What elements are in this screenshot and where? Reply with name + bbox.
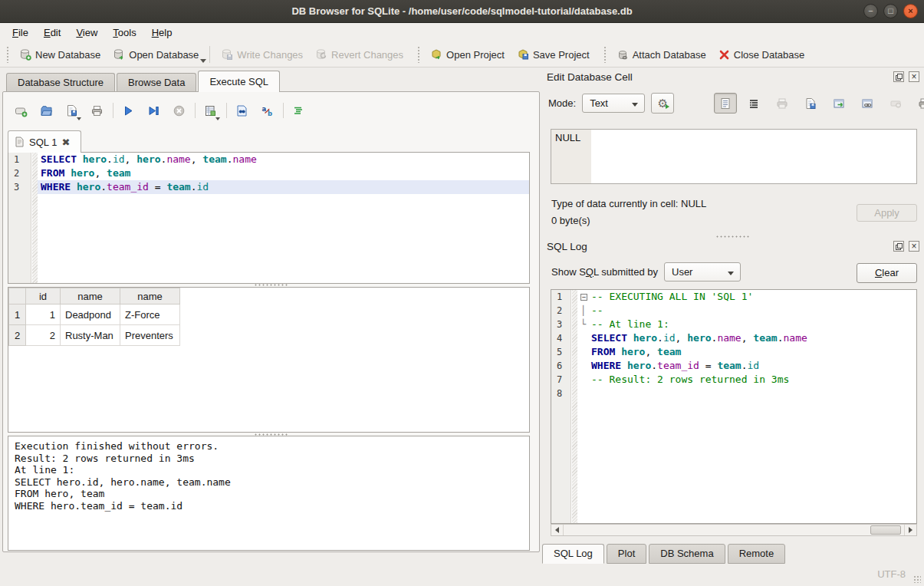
- open-database-dropdown-icon[interactable]: [200, 59, 206, 63]
- execute-all-button[interactable]: [118, 100, 138, 120]
- table-row[interactable]: 22Rusty-ManPreventers: [9, 325, 180, 346]
- maximize-icon[interactable]: □: [883, 4, 898, 18]
- results-column-header[interactable]: name: [120, 288, 180, 305]
- tab-browse-data[interactable]: Browse Data: [117, 73, 196, 92]
- table-row[interactable]: 11DeadpondZ-Force: [9, 305, 180, 325]
- tab-plot[interactable]: Plot: [607, 544, 646, 564]
- export-dropdown-icon[interactable]: [215, 117, 220, 120]
- cell-type-label: Type of data currently in cell: NULL: [551, 198, 706, 209]
- sql-log-code[interactable]: −-- EXECUTING ALL IN 'SQL 1'│--└-- At li…: [577, 290, 916, 400]
- attach-database-button[interactable]: Attach Database: [610, 45, 712, 64]
- edit-cell-title: Edit Database Cell: [547, 71, 633, 83]
- menu-tools[interactable]: Tools: [105, 25, 143, 41]
- print-button[interactable]: [87, 100, 107, 120]
- results-corner-header[interactable]: [9, 288, 26, 305]
- sql-log-filter-select[interactable]: User: [664, 262, 741, 281]
- tab-database-structure[interactable]: Database Structure: [6, 73, 115, 92]
- open-sql-file-button[interactable]: [36, 100, 56, 120]
- horizontal-scrollbar[interactable]: [551, 524, 917, 536]
- scrollbar-thumb[interactable]: [870, 525, 901, 535]
- clear-button[interactable]: Clear: [857, 263, 917, 283]
- copy-link-button[interactable]: [856, 93, 879, 114]
- open-sql-file-icon: [40, 104, 53, 117]
- table-cell[interactable]: Rusty-Man: [61, 325, 120, 346]
- write-changes-icon: [221, 48, 233, 61]
- execution-log[interactable]: Execution finished without errors. Resul…: [8, 436, 530, 551]
- format-sql-button[interactable]: [288, 100, 308, 120]
- cell-value: NULL: [555, 132, 580, 143]
- cell-value-editor[interactable]: NULL: [551, 129, 917, 184]
- save-sql-file-button[interactable]: [61, 100, 81, 120]
- main-area: Database Structure Browse Data Execute S…: [0, 67, 924, 586]
- resize-grip[interactable]: [913, 575, 921, 583]
- close-panel-icon[interactable]: ×: [909, 241, 919, 252]
- results-table[interactable]: id name name 11DeadpondZ-Force22Rusty-Ma…: [8, 288, 180, 346]
- sql-toolbar-separator: [195, 103, 196, 118]
- save-project-button[interactable]: Save Project: [511, 45, 596, 64]
- auto-switch-mode-button[interactable]: ⚙: [651, 93, 674, 114]
- new-database-icon: [19, 48, 31, 61]
- find-replace-button[interactable]: ab: [257, 100, 277, 120]
- results-column-header[interactable]: id: [26, 288, 61, 305]
- print-cell-icon: [918, 97, 924, 110]
- menu-view[interactable]: View: [68, 25, 105, 41]
- editor-code[interactable]: SELECT hero.id, hero.name, team.nameFROM…: [38, 153, 529, 194]
- open-in-app-button[interactable]: [827, 93, 850, 114]
- sql-toolbar-separator: [226, 103, 227, 118]
- sql-log-view[interactable]: 12345678 −-- EXECUTING ALL IN 'SQL 1'│--…: [551, 289, 917, 524]
- save-sql-dropdown-icon[interactable]: [77, 117, 81, 120]
- new-database-button[interactable]: New Database: [13, 45, 107, 64]
- open-database-button[interactable]: Open Database: [107, 45, 205, 64]
- export-results-button[interactable]: [200, 100, 220, 120]
- text-mode-button[interactable]: [714, 93, 737, 114]
- close-panel-icon[interactable]: ×: [909, 71, 919, 82]
- execute-line-button[interactable]: [143, 100, 163, 120]
- toolbar-drag-handle[interactable]: [603, 46, 607, 63]
- table-cell[interactable]: 1: [26, 305, 61, 325]
- scroll-right-icon[interactable]: [904, 525, 916, 535]
- find-button[interactable]: [232, 100, 252, 120]
- sql-document-tab[interactable]: SQL 1 ✖: [8, 130, 81, 153]
- table-cell[interactable]: 2: [26, 325, 61, 346]
- execute-sql-panel: ab SQL 1 ✖ 123 SELECT hero.id, hero.name…: [2, 91, 540, 552]
- open-project-button[interactable]: Open Project: [424, 45, 511, 64]
- open-project-icon: [430, 48, 442, 61]
- menu-edit[interactable]: Edit: [36, 25, 68, 41]
- main-toolbar: New Database Open Database Write Changes…: [0, 42, 924, 67]
- minimize-icon[interactable]: −: [863, 4, 878, 18]
- toolbar-drag-handle[interactable]: [417, 46, 421, 63]
- float-panel-icon[interactable]: [893, 241, 904, 252]
- tab-remote[interactable]: Remote: [728, 544, 786, 564]
- table-cell[interactable]: Preventers: [120, 325, 180, 346]
- close-database-button[interactable]: Close Database: [712, 46, 811, 64]
- revert-changes-button: Revert Changes: [309, 45, 409, 64]
- close-sql-tab-icon[interactable]: ✖: [61, 137, 70, 148]
- toolbar-separator: [209, 46, 210, 63]
- sql-editor[interactable]: 123 SELECT hero.id, hero.name, team.name…: [8, 152, 530, 284]
- new-sql-tab-button[interactable]: [11, 100, 31, 120]
- tab-sql-log[interactable]: SQL Log: [542, 544, 604, 564]
- close-icon[interactable]: ×: [903, 4, 918, 18]
- results-grid[interactable]: id name name 11DeadpondZ-Force22Rusty-Ma…: [8, 287, 530, 433]
- word-wrap-button[interactable]: [742, 93, 765, 114]
- mode-select[interactable]: Text: [582, 94, 645, 113]
- open-in-app-icon: [833, 97, 845, 110]
- sql-log-filter-label: Show SQL submitted by: [551, 266, 658, 278]
- tab-execute-sql[interactable]: Execute SQL: [198, 71, 280, 92]
- tab-db-schema[interactable]: DB Schema: [649, 544, 725, 564]
- titlebar: DB Browser for SQLite - /home/user/code/…: [0, 0, 924, 23]
- float-panel-icon[interactable]: [893, 71, 904, 82]
- print-cell-button[interactable]: [912, 93, 924, 114]
- splitter-grip[interactable]: [715, 235, 751, 238]
- table-cell[interactable]: Z-Force: [120, 305, 180, 325]
- table-cell[interactable]: Deadpond: [61, 305, 120, 325]
- results-column-header[interactable]: name: [61, 288, 120, 305]
- splitter-grip[interactable]: [254, 284, 289, 286]
- menu-help[interactable]: Help: [144, 25, 180, 41]
- apply-button: Apply: [857, 204, 917, 222]
- export-cell-button[interactable]: [799, 93, 822, 114]
- toolbar-drag-handle[interactable]: [6, 46, 10, 63]
- editor-margin: [32, 153, 38, 283]
- scroll-left-icon[interactable]: [551, 525, 564, 535]
- menu-file[interactable]: File: [5, 25, 36, 41]
